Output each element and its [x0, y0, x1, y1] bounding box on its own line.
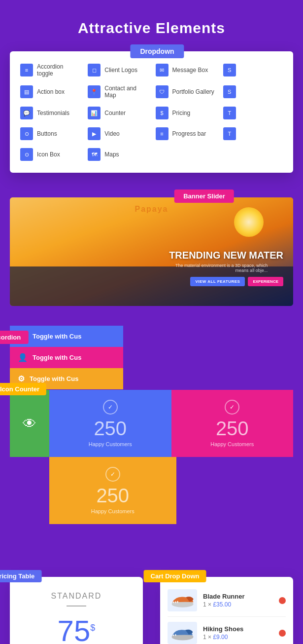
accordion-label: Accordion	[0, 331, 29, 344]
accordion-counters-section: Accordion ⚡ Toggle with Cus 👤 Toggle wit…	[10, 326, 293, 389]
icon-counter-label-wrap: Icon Counter	[20, 383, 73, 395]
svg-rect-5	[173, 634, 174, 636]
list-item[interactable]: T	[220, 125, 286, 142]
pricing-table-label: Pricing Table	[0, 570, 41, 582]
counter-box-blue: ✓ 250 Happy Customers	[49, 390, 171, 457]
contact-map-icon: 📍	[88, 85, 101, 98]
page-title: Attractive Elements	[10, 20, 293, 37]
cart-dropdown: Cart Drop Down Blade Runner	[160, 577, 293, 644]
list-item[interactable]: ⊙Buttons	[17, 125, 83, 142]
action-box-icon: ▤	[20, 85, 33, 98]
icon-box-icon: ⊙	[20, 148, 33, 161]
list-item[interactable]: 🗺Maps	[85, 146, 150, 163]
pricing-card: Standard 75$ 60 Messages Free Support 50…	[10, 577, 143, 644]
video-icon: ▶	[88, 127, 101, 140]
cart-item-image-2	[168, 622, 197, 644]
banner-sun	[234, 207, 264, 237]
counter-row-2: ✓ 250 Happy Customers	[10, 457, 293, 524]
cart-item-image-1	[168, 589, 197, 611]
counter-box-pink: ✓ 250 Happy Customers	[171, 390, 294, 457]
list-item[interactable]: S	[220, 61, 286, 79]
portfolio-icon: 🛡	[156, 85, 168, 98]
pricing-price: 75$	[20, 616, 133, 644]
message-box-icon: ✉	[156, 64, 168, 76]
pricing-cart-section: Pricing Table Standard 75$ 60 Messages F…	[10, 577, 293, 644]
cart-dropdown-label: Cart Drop Down	[144, 570, 206, 582]
t2-icon: T	[223, 127, 236, 140]
list-item[interactable]: ▶Video	[85, 125, 150, 142]
settings-icon: ⚙	[18, 374, 25, 383]
maps-icon: 🗺	[88, 148, 101, 161]
banner-content: TRENDING NEW MATER The material environm…	[169, 250, 283, 286]
s2-icon: S	[223, 85, 236, 98]
progress-bar-icon: ≡	[156, 127, 168, 140]
pricing-plan: Standard	[20, 592, 133, 601]
icon-counter-label: Icon Counter	[0, 383, 46, 395]
banner-brand: Papaya	[135, 205, 168, 214]
list-item[interactable]: ⊙Icon Box	[17, 146, 83, 163]
cart-item-info-1: Blade Runner 1 × £35.00	[203, 593, 273, 608]
pricing-currency: $	[90, 623, 95, 633]
shoe-icon-1	[169, 591, 196, 610]
view-all-features-button[interactable]: VIEW ALL FEATURES	[190, 277, 245, 286]
cart-item-2: Hiking Shoes 1 × £9.00	[168, 617, 286, 644]
banner-label-wrap: Banner Slider	[204, 189, 264, 203]
s1-icon: S	[223, 64, 236, 76]
shoe-icon-2	[169, 623, 196, 643]
pricing-plan-underline	[67, 606, 86, 606]
buttons-icon: ⊙	[20, 127, 33, 140]
pricing-label-wrap: Pricing Table	[15, 570, 68, 582]
banner-subtitle: The material environment is a 3D space, …	[169, 263, 268, 273]
svg-rect-2	[175, 601, 176, 603]
client-logos-icon: ◻	[88, 64, 101, 76]
check-icon-pink: ✓	[225, 400, 239, 415]
cart-item-info-2: Hiking Shoes 1 × £9.00	[203, 625, 273, 641]
dropdown-section: Dropdown ≡Accordion toggle ◻Client Logos…	[10, 51, 293, 173]
list-item[interactable]: ≡Accordion toggle	[17, 61, 83, 79]
eye-icon: 👁	[23, 416, 36, 432]
svg-rect-6	[175, 634, 176, 636]
list-item[interactable]: ▤Action box	[17, 83, 83, 101]
check-icon-orange: ✓	[105, 467, 120, 482]
counters-section: Icon Counter 👁 ✓ 250 Happy Customers ✓ 2…	[10, 390, 293, 524]
list-item	[220, 146, 286, 163]
svg-rect-1	[173, 602, 174, 603]
header: Attractive Elements	[0, 0, 303, 51]
counter-icon: 📊	[88, 107, 101, 119]
dropdown-grid: ≡Accordion toggle ◻Client Logos ✉Message…	[17, 61, 286, 163]
list-item[interactable]: ◻Client Logos	[85, 61, 150, 79]
counter-boxes: 👁 ✓ 250 Happy Customers ✓ 250 Happy Cust…	[10, 390, 293, 457]
cart-label-wrap: Cart Drop Down	[175, 570, 237, 582]
banner-title: TRENDING NEW MATER	[169, 250, 283, 261]
dropdown-label: Dropdown	[130, 44, 184, 58]
experience-button[interactable]: EXPERIENCE	[248, 277, 283, 286]
pricing-icon: $	[156, 107, 168, 119]
accordion-toggle-icon: ≡	[20, 64, 33, 76]
list-item[interactable]: S	[220, 83, 286, 101]
list-item	[153, 146, 218, 163]
check-icon-blue: ✓	[103, 400, 118, 415]
list-item[interactable]: 📍Contact and Map	[85, 83, 150, 101]
banner-image: Papaya TRENDING NEW MATER The material e…	[10, 197, 293, 306]
eye-icon-box: 👁	[10, 390, 49, 457]
banner-buttons: VIEW ALL FEATURES EXPERIENCE	[169, 277, 283, 286]
list-item[interactable]: 📊Counter	[85, 105, 150, 121]
t1-icon: T	[223, 107, 236, 119]
banner-section: Banner Slider Papaya TRENDING NEW MATER …	[10, 197, 293, 306]
person-icon: 👤	[18, 353, 28, 362]
counter-box-orange: ✓ 250 Happy Customers	[49, 457, 176, 524]
cart-remove-2[interactable]	[279, 630, 286, 637]
cart-item-1: Blade Runner 1 × £35.00	[168, 584, 286, 617]
list-item[interactable]: 💬Testimonials	[17, 105, 83, 121]
accordion-item-2[interactable]: 👤 Toggle with Cus	[10, 347, 123, 368]
accordion-label-wrap: Accordion	[5, 331, 52, 344]
list-item[interactable]: T	[220, 105, 286, 121]
list-item[interactable]: $Pricing	[153, 105, 218, 121]
banner-slider-label: Banner Slider	[174, 189, 234, 203]
cart-remove-1[interactable]	[279, 597, 286, 604]
testimonials-icon: 💬	[20, 107, 33, 119]
svg-rect-3	[177, 601, 178, 603]
list-item[interactable]: 🛡Portfolio Gallery	[153, 83, 218, 101]
list-item[interactable]: ≡Progress bar	[153, 125, 218, 142]
list-item[interactable]: ✉Message Box	[153, 61, 218, 79]
